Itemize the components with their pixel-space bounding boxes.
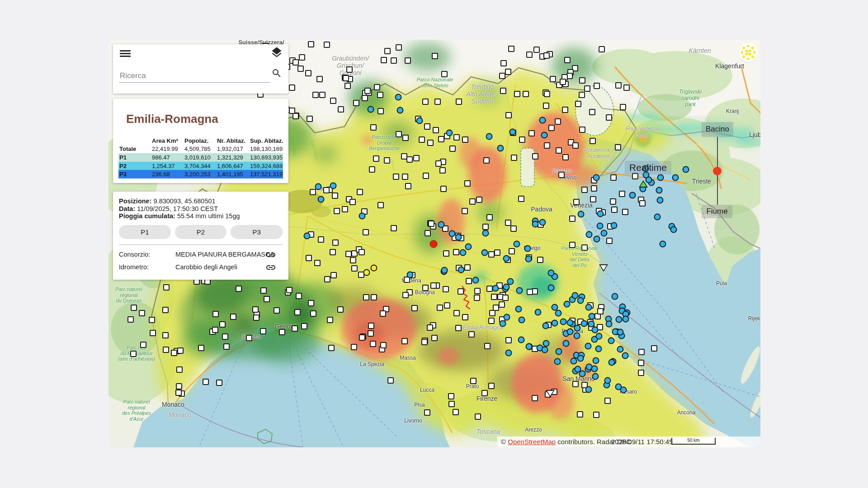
marker-square[interactable]: [364, 88, 371, 94]
period-button-p2[interactable]: P2: [175, 225, 227, 239]
marker-circle[interactable]: [601, 230, 608, 236]
marker-square[interactable]: [572, 142, 579, 149]
marker-square[interactable]: [448, 401, 455, 407]
marker-circle[interactable]: [505, 349, 512, 356]
marker-square[interactable]: [438, 136, 444, 142]
marker-square[interactable]: [505, 69, 511, 75]
marker-square[interactable]: [599, 46, 605, 52]
table-row[interactable]: Totale22,419.994,509,7851,932,017198,130…: [118, 145, 283, 154]
marker-circle[interactable]: [585, 386, 592, 393]
radar-toggle-button[interactable]: [739, 43, 757, 61]
marker-square[interactable]: [307, 116, 313, 122]
marker-circle[interactable]: [525, 343, 532, 350]
marker-square[interactable]: [577, 411, 583, 418]
marker-square[interactable]: [384, 48, 391, 54]
marker-square[interactable]: [611, 206, 618, 213]
marker-circle[interactable]: [660, 241, 666, 248]
marker-square[interactable]: [430, 282, 437, 289]
marker-square[interactable]: [384, 157, 390, 164]
marker-circle[interactable]: [593, 174, 599, 181]
marker-square[interactable]: [292, 325, 298, 332]
marker-square[interactable]: [453, 249, 459, 255]
marker-circle[interactable]: [617, 346, 624, 352]
marker-square[interactable]: [163, 284, 170, 291]
marker-square[interactable]: [150, 330, 156, 336]
marker-square[interactable]: [203, 379, 209, 385]
marker-circle[interactable]: [458, 267, 465, 273]
marker-square[interactable]: [484, 343, 491, 349]
marker-square[interactable]: [604, 398, 611, 404]
marker-square[interactable]: [440, 186, 447, 192]
marker-square[interactable]: [449, 145, 456, 152]
marker-square[interactable]: [405, 183, 411, 189]
marker-square[interactable]: [359, 249, 365, 255]
marker-square[interactable]: [377, 202, 384, 208]
marker-square[interactable]: [505, 112, 512, 118]
marker-square[interactable]: [638, 349, 645, 355]
marker-square[interactable]: [349, 199, 356, 205]
marker-square[interactable]: [316, 76, 323, 82]
marker-circle[interactable]: [556, 348, 562, 355]
marker-square[interactable]: [558, 172, 565, 178]
marker-square[interactable]: [434, 99, 441, 105]
marker-square[interactable]: [332, 239, 339, 246]
marker-square[interactable]: [511, 155, 517, 161]
marker-square[interactable]: [377, 92, 383, 98]
marker-square[interactable]: [572, 381, 579, 387]
marker-square[interactable]: [413, 155, 420, 161]
marker-square[interactable]: [305, 70, 311, 76]
marker-square[interactable]: [453, 310, 460, 316]
marker-square[interactable]: [556, 147, 562, 154]
marker-square[interactable]: [297, 66, 304, 72]
marker-square[interactable]: [564, 57, 571, 63]
marker-square[interactable]: [500, 88, 506, 94]
marker-circle[interactable]: [597, 222, 604, 229]
marker-circle[interactable]: [304, 233, 311, 239]
marker-circle[interactable]: [448, 230, 455, 237]
marker-square[interactable]: [308, 41, 314, 47]
marker-square[interactable]: [475, 413, 481, 420]
marker-circle[interactable]: [588, 321, 595, 328]
marker-circle[interactable]: [578, 211, 585, 218]
marker-square[interactable]: [330, 272, 337, 278]
marker-square[interactable]: [427, 140, 434, 146]
marker-square[interactable]: [437, 305, 443, 311]
marker-tri-white[interactable]: [546, 390, 555, 397]
marker-square[interactable]: [374, 84, 380, 90]
marker-circle[interactable]: [571, 292, 578, 299]
marker-square[interactable]: [216, 380, 222, 386]
marker-square[interactable]: [294, 309, 301, 315]
marker-circle[interactable]: [535, 309, 542, 316]
marker-square[interactable]: [433, 127, 439, 133]
marker-square[interactable]: [579, 127, 585, 133]
marker-square[interactable]: [177, 347, 184, 354]
marker-square[interactable]: [474, 288, 481, 294]
marker-square[interactable]: [491, 294, 497, 300]
marker-square[interactable]: [533, 47, 540, 53]
marker-reddot[interactable]: [430, 240, 438, 248]
marker-square[interactable]: [396, 44, 402, 51]
marker-square[interactable]: [606, 114, 612, 121]
marker-square[interactable]: [292, 59, 299, 66]
marker-circle[interactable]: [465, 244, 472, 250]
marker-circle[interactable]: [481, 249, 488, 256]
marker-tri-green[interactable]: [639, 180, 648, 188]
marker-square[interactable]: [343, 75, 349, 81]
marker-circle[interactable]: [609, 359, 615, 366]
marker-square[interactable]: [581, 187, 588, 193]
marker-square[interactable]: [464, 264, 471, 271]
marker-circle[interactable]: [547, 270, 554, 277]
marker-square[interactable]: [328, 345, 335, 351]
marker-square[interactable]: [387, 377, 394, 384]
marker-square[interactable]: [212, 311, 219, 317]
slider-label-bacino[interactable]: Bacino: [702, 122, 733, 137]
marker-square[interactable]: [299, 54, 305, 61]
marker-square[interactable]: [579, 92, 585, 98]
marker-square[interactable]: [435, 160, 442, 167]
marker-square[interactable]: [344, 83, 351, 89]
marker-square[interactable]: [606, 238, 613, 244]
marker-circle[interactable]: [542, 347, 548, 353]
marker-square[interactable]: [332, 192, 338, 199]
marker-square[interactable]: [391, 225, 397, 231]
marker-circle[interactable]: [548, 285, 555, 291]
